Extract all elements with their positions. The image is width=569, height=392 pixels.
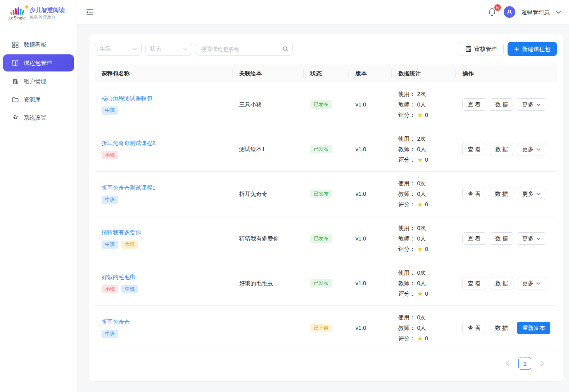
content: 年级 状态 [77,24,569,392]
star-icon: ★ [417,335,423,342]
chevron-down-icon [536,103,541,106]
topbar: 5 超级管理员 [77,0,569,24]
more-button[interactable]: 更多 [517,277,546,289]
table-row: 折耳兔奇奇测试课程1 中班 折耳兔奇奇 已发布 v1.0 使用：0次 教师：0人… [95,172,557,216]
stats-cell: 使用：0次 教师：0人 评分：★0 [392,180,456,208]
course-package-link[interactable]: 折耳兔奇奇测试课程1 [102,184,156,192]
status-select[interactable]: 状态 [145,43,192,56]
course-package-link[interactable]: 好饿的毛毛虫 [102,274,135,281]
version-cell: v1.0 [349,280,392,286]
pagination: 1 [95,350,557,370]
more-button[interactable]: 更多 [517,188,546,200]
col-actions: 操作 [456,70,557,77]
usage-value: 0次 [417,314,426,321]
grade-select[interactable]: 年级 [95,43,142,56]
table-row: 折耳兔奇奇 中班 已下架 v1.0 使用：0次 教师：0人 评分：★0 [95,306,557,350]
version-cell: v1.0 [349,325,392,331]
sidebar-item-tenants[interactable]: 租户管理 [3,73,74,90]
table-header: 课程包名称 关联绘本 状态 版本 数据统计 操作 [95,64,557,82]
more-button[interactable]: 更多 [517,98,546,111]
user-name: 超级管理员 [522,9,550,16]
sidebar-item-dashboard[interactable]: 数据看板 [3,36,74,53]
course-package-link[interactable]: 核心流程测试课程包 [102,95,152,102]
chevron-down-icon [536,282,541,285]
rating-value: 0 [425,201,428,207]
course-package-table: 课程包名称 关联绘本 状态 版本 数据统计 操作 核心流程测试课程包 中班 [95,64,557,350]
data-button[interactable]: 数 据 [490,322,513,334]
sidebar-menu: 数据看板 课程包管理 租户管理 [0,27,77,126]
sidebar-item-resources[interactable]: 资源库 [3,91,74,108]
building-icon [12,78,19,85]
version-cell: v1.0 [349,191,392,197]
user-avatar[interactable] [504,6,515,18]
table-row: 好饿的毛毛虫 小班 中班 好饿的毛毛虫 已发布 v1.0 使用：0次 教师：0人 [95,261,557,306]
teachers-value: 0人 [417,235,426,242]
version-cell: v1.0 [349,235,392,242]
search-icon[interactable] [278,43,292,55]
view-button[interactable]: 查 看 [462,277,486,289]
more-button[interactable]: 更多 [517,143,546,155]
course-package-link[interactable]: 折耳兔奇奇测试课程2 [102,139,156,147]
course-package-link[interactable]: 猜猜我有多爱你 [102,229,141,236]
main-area: 5 超级管理员 年级 [77,0,569,392]
plus-icon [514,47,519,52]
version-cell: v1.0 [349,146,392,152]
view-button[interactable]: 查 看 [462,232,486,245]
chevron-down-icon [183,48,187,51]
book-cell: 折耳兔奇奇 [233,190,304,198]
data-button[interactable]: 数 据 [490,232,513,245]
col-name: 课程包名称 [95,70,233,77]
view-button[interactable]: 查 看 [462,143,486,155]
status-badge: 已发布 [310,190,332,198]
stats-cell: 使用：2次 教师：0人 评分：★0 [392,91,456,119]
usage-value: 2次 [417,135,426,143]
star-icon: ★ [417,291,423,297]
next-page-icon[interactable] [537,358,548,369]
audit-icon [466,46,471,52]
teachers-value: 0人 [417,280,426,287]
grade-tag: 中班 [102,330,118,338]
notification-bell-icon[interactable]: 5 [487,7,497,17]
grade-tag: 中班 [121,285,138,293]
sidebar-item-label: 租户管理 [24,78,46,85]
usage-value: 0次 [417,269,426,277]
review-manage-button[interactable]: 审核管理 [459,42,504,56]
sidebar-item-course-packages[interactable]: 课程包管理 [3,54,74,71]
data-button[interactable]: 数 据 [490,98,513,111]
usage-value: 0次 [417,180,426,187]
create-package-label: 新建课程包 [522,45,551,53]
data-button[interactable]: 数 据 [490,277,513,289]
folder-icon [12,96,19,103]
republish-button[interactable]: 重新发布 [517,322,550,334]
view-button[interactable]: 查 看 [462,188,486,200]
data-button[interactable]: 数 据 [490,143,513,155]
user-menu-chevron-down-icon[interactable] [556,10,561,14]
status-badge: 已发布 [310,279,332,287]
view-button[interactable]: 查 看 [462,98,486,111]
sidebar-item-label: 系统设置 [24,114,46,122]
notification-badge: 5 [494,4,501,11]
search-input[interactable] [196,43,278,55]
course-package-link[interactable]: 折耳兔奇奇 [102,318,130,326]
create-package-button[interactable]: 新建课程包 [508,42,557,56]
sidebar-item-label: 资源库 [24,96,41,103]
filter-toolbar: 年级 状态 [95,42,557,56]
data-button[interactable]: 数 据 [490,188,513,200]
prev-page-icon[interactable] [502,358,513,369]
more-button[interactable]: 更多 [517,232,546,245]
app-root: LeSingle 少儿智慧阅读 服务管理后台 数据看板 [0,0,569,392]
star-icon: ★ [417,157,423,163]
app-subtitle: 服务管理后台 [30,14,65,20]
page-number[interactable]: 1 [518,357,531,370]
sidebar: LeSingle 少儿智慧阅读 服务管理后台 数据看板 [0,0,77,392]
grade-select-placeholder: 年级 [100,45,110,52]
view-button[interactable]: 查 看 [462,322,486,334]
status-badge: 已发布 [310,145,332,153]
table-row: 猜猜我有多爱你 中班 大班 猜猜我有多爱你 已发布 v1.0 使用：0次 教师：… [95,216,557,261]
chevron-down-icon [536,237,541,240]
book-cell: 三只小猪 [233,101,304,108]
status-badge: 已发布 [310,234,332,243]
menu-fold-icon[interactable] [86,7,95,17]
sidebar-item-settings[interactable]: 系统设置 [3,109,74,126]
stats-cell: 使用：0次 教师：0人 评分：★0 [392,269,456,298]
